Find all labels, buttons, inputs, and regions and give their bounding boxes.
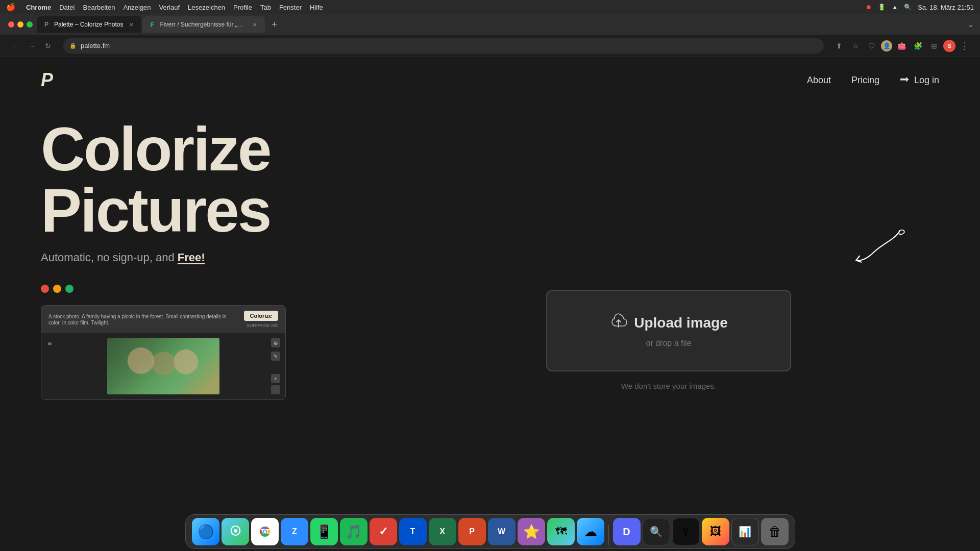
- hero-subtitle: Automatic, no sign-up, and Free!: [41, 251, 398, 264]
- menubar-chrome[interactable]: Chrome: [26, 4, 51, 11]
- dock: 🔵 ⦿: [185, 514, 795, 549]
- dock-reeder[interactable]: ⭐: [518, 518, 545, 545]
- hero-title-line1: Colorize: [41, 115, 270, 183]
- address-bar[interactable]: 🔒 palette.fm: [63, 38, 824, 54]
- nav-about[interactable]: About: [807, 75, 831, 86]
- menubar-profile[interactable]: Profile: [233, 4, 252, 11]
- dock-spotify[interactable]: 🎵: [340, 518, 368, 545]
- menubar-lesezeichen[interactable]: Lesezeichen: [188, 4, 225, 11]
- tab-close-fiverr[interactable]: ✕: [251, 20, 259, 29]
- dock-zoom[interactable]: Z: [281, 518, 308, 545]
- bookmark-button[interactable]: ☆: [848, 39, 863, 53]
- app-preview: A stock photo. A family having a picnic …: [41, 305, 286, 400]
- dock-audio[interactable]: 🎙: [672, 518, 700, 545]
- arrow-annotation: [847, 226, 909, 268]
- hero-section: Colorize Pictures Automatic, no sign-up,…: [0, 57, 980, 551]
- extension-icon[interactable]: 🧩: [911, 39, 925, 53]
- subtitle-free: Free!: [178, 251, 205, 264]
- surprise-button[interactable]: SURPRISE ME: [247, 323, 278, 328]
- subtitle-prefix: Automatic, no sign-up, and: [41, 251, 178, 264]
- preview-actions: ⊕ ✎: [271, 338, 280, 361]
- menu-icon: ≡: [47, 339, 52, 347]
- dock-todoist[interactable]: ✓: [370, 518, 397, 545]
- tab-palette[interactable]: P Palette – Colorize Photos ✕: [37, 16, 141, 33]
- dock-trash[interactable]: 🗑: [761, 518, 789, 545]
- traffic-lights: [4, 21, 37, 28]
- edit-icon[interactable]: ✎: [271, 352, 280, 361]
- hero-title-line2: Pictures: [41, 176, 271, 244]
- close-button[interactable]: [8, 21, 14, 28]
- toolbar-actions: ⬆ ☆ 🛡 👤 👛 🧩 ⊞ S ⋮: [832, 39, 972, 53]
- color-dots: [41, 285, 398, 293]
- profile-button[interactable]: S: [943, 40, 955, 52]
- menubar-bearbeiten[interactable]: Bearbeiten: [83, 4, 115, 11]
- dock-word[interactable]: W: [488, 518, 516, 545]
- dock-safari[interactable]: ⦿: [222, 518, 249, 545]
- zoom-in-icon[interactable]: ⊕: [271, 338, 280, 347]
- menubar: 🍎 Chrome Datei Bearbeiten Anzeigen Verla…: [0, 0, 980, 14]
- menubar-right: ⏺ 🔋 ▲ 🔍 Sa. 18. März 21:51: [866, 4, 974, 11]
- url-display: palette.fm: [81, 42, 818, 49]
- tab-fiverr[interactable]: F Fiverr / Suchergebnisse für „b… ✕: [142, 16, 265, 33]
- tab-close-palette[interactable]: ✕: [127, 20, 135, 29]
- tab-label-fiverr: Fiverr / Suchergebnisse für „b…: [160, 21, 247, 28]
- menubar-tab[interactable]: Tab: [260, 4, 271, 11]
- menubar-datei[interactable]: Datei: [59, 4, 75, 11]
- dock-container: 🔵 ⦿: [0, 514, 980, 551]
- minimize-button[interactable]: [17, 21, 23, 28]
- dot-orange: [53, 285, 61, 293]
- maximize-button[interactable]: [27, 21, 33, 28]
- menu-button[interactable]: ⋮: [958, 39, 972, 53]
- dot-red: [41, 285, 49, 293]
- dock-excel[interactable]: X: [429, 518, 456, 545]
- dock-preview[interactable]: 🖼: [702, 518, 729, 545]
- forward-button[interactable]: →: [24, 39, 39, 53]
- lock-icon: 🔒: [69, 42, 77, 49]
- dock-separator: [608, 525, 609, 545]
- dock-quickradio[interactable]: 🔍: [643, 518, 670, 545]
- site-logo: P: [41, 69, 53, 91]
- menubar-anzeigen[interactable]: Anzeigen: [123, 4, 151, 11]
- dock-trello[interactable]: T: [399, 518, 427, 545]
- dock-discord[interactable]: D: [613, 518, 641, 545]
- menubar-verlauf[interactable]: Verlauf: [159, 4, 180, 11]
- upload-label: Upload image: [634, 315, 728, 331]
- dock-chrome[interactable]: [251, 518, 279, 545]
- wifi-icon: ▲: [892, 4, 898, 11]
- nav-login[interactable]: ⮕ Log in: [900, 74, 939, 86]
- privacy-text: We don't store your images.: [621, 382, 716, 390]
- preview-image: [107, 338, 219, 394]
- share-button[interactable]: ⬆: [832, 39, 846, 53]
- menubar-hilfe[interactable]: Hilfe: [310, 4, 323, 11]
- reload-button[interactable]: ↻: [41, 39, 55, 53]
- apple-menu[interactable]: 🍎: [6, 3, 16, 12]
- zoom-out-btn[interactable]: −: [271, 385, 280, 394]
- tab-dropdown[interactable]: ⌄: [968, 20, 980, 29]
- sidebar-toggle[interactable]: ⊞: [927, 39, 941, 53]
- browser-chrome: P Palette – Colorize Photos ✕ F Fiverr /…: [0, 14, 980, 57]
- preview-description: A stock photo. A family having a picnic …: [48, 313, 238, 325]
- tab-favicon-fiverr: F: [149, 21, 156, 28]
- dock-maps[interactable]: 🗺: [547, 518, 575, 545]
- zoom-in-btn[interactable]: +: [271, 374, 280, 383]
- search-icon[interactable]: 🔍: [904, 4, 912, 11]
- login-label: Log in: [914, 75, 939, 86]
- upload-box[interactable]: Upload image or drop a file: [546, 290, 791, 371]
- avatar-icon: 👤: [881, 40, 892, 52]
- svg-point-4: [263, 531, 266, 533]
- menubar-fenster[interactable]: Fenster: [279, 4, 302, 11]
- login-icon: ⮕: [900, 74, 910, 86]
- nav-pricing[interactable]: Pricing: [851, 75, 879, 86]
- app-preview-body: ≡ ⊕ ✎ + −: [41, 333, 285, 399]
- new-tab-button[interactable]: +: [267, 17, 281, 32]
- back-button[interactable]: ←: [8, 39, 22, 53]
- dot-green: [65, 285, 74, 293]
- dock-slideshow[interactable]: 📊: [731, 518, 759, 545]
- dock-finder[interactable]: 🔵: [192, 518, 219, 545]
- tab-favicon-palette: P: [43, 21, 50, 28]
- upload-or-text: or drop a file: [646, 339, 692, 348]
- dock-whatsapp[interactable]: 📱: [310, 518, 338, 545]
- dock-icloud[interactable]: ☁: [577, 518, 604, 545]
- colorize-button[interactable]: Colorize: [244, 311, 278, 321]
- dock-powerpoint[interactable]: P: [458, 518, 486, 545]
